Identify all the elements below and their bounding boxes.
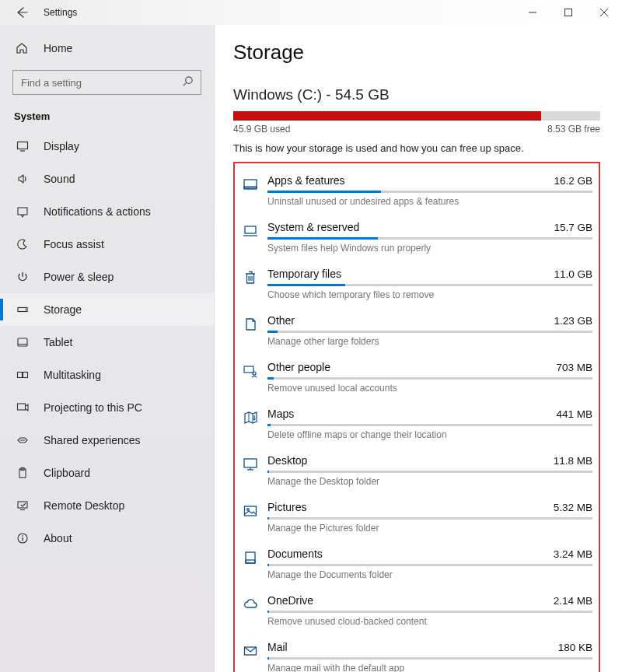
home-link[interactable]: Home <box>0 34 214 62</box>
search-box <box>12 70 201 95</box>
category-desc: Manage other large folders <box>267 336 592 347</box>
category-other[interactable]: Other1.23 GBManage other large folders <box>239 306 592 353</box>
svg-rect-35 <box>244 459 257 467</box>
sidebar-item-multitasking[interactable]: Multitasking <box>0 359 214 391</box>
category-size: 16.2 GB <box>554 175 592 187</box>
category-name: Pictures <box>267 501 307 513</box>
category-pictures[interactable]: Pictures5.32 MBManage the Pictures folde… <box>239 493 592 540</box>
search-icon <box>182 75 194 87</box>
storage-hint: This is how your storage is used and how… <box>233 142 600 154</box>
svg-line-3 <box>183 82 187 86</box>
sidebar-item-label: Shared experiences <box>44 434 141 446</box>
window-title: Settings <box>44 7 77 18</box>
category-temporary-files[interactable]: Temporary files11.0 GBChoose which tempo… <box>239 260 592 306</box>
category-bar-fill <box>267 377 274 380</box>
category-apps-features[interactable]: Apps & features16.2 GBUninstall unused o… <box>239 166 592 213</box>
category-desc: System files help Windows run properly <box>267 243 592 254</box>
sidebar-item-storage[interactable]: Storage <box>0 293 214 326</box>
svg-rect-41 <box>246 560 255 563</box>
svg-rect-9 <box>18 338 27 346</box>
category-body: Apps & features16.2 GBUninstall unused o… <box>261 174 592 207</box>
shared-icon <box>16 434 30 446</box>
home-icon <box>16 42 30 54</box>
settings-window: Settings Home <box>0 0 622 672</box>
category-name: Documents <box>267 548 323 560</box>
sidebar-item-shared-experiences[interactable]: Shared experiences <box>0 424 214 457</box>
sidebar-item-tablet[interactable]: Tablet <box>0 326 214 359</box>
minimize-button[interactable] <box>515 0 550 25</box>
category-body: Other1.23 GBManage other large folders <box>261 314 592 347</box>
drive-title: Windows (C:) - 54.5 GB <box>233 86 600 103</box>
sidebar-item-label: Sound <box>44 173 75 185</box>
maximize-icon <box>564 9 572 16</box>
sidebar-item-notifications-actions[interactable]: Notifications & actions <box>0 195 214 228</box>
close-icon <box>600 9 608 16</box>
svg-rect-13 <box>18 404 26 410</box>
category-desc: Remove unused cloud-backed content <box>267 616 592 627</box>
sidebar-item-about[interactable]: About <box>0 522 214 555</box>
sidebar-item-sound[interactable]: Sound <box>0 163 214 195</box>
category-name: Temporary files <box>267 268 341 280</box>
clipboard-icon <box>16 467 30 479</box>
category-other-people[interactable]: Other people703 MBRemove unused local ac… <box>239 353 592 400</box>
category-size: 11.8 MB <box>554 455 592 467</box>
map-icon <box>239 409 261 426</box>
category-body: Temporary files11.0 GBChoose which tempo… <box>261 268 592 300</box>
maximize-button[interactable] <box>550 0 586 25</box>
svg-point-39 <box>247 509 250 511</box>
category-desc: Remove unused local accounts <box>267 383 592 394</box>
svg-rect-1 <box>565 9 572 16</box>
focus-icon <box>16 238 30 250</box>
drive-usage-fill <box>233 111 541 121</box>
sidebar-item-remote-desktop[interactable]: Remote Desktop <box>0 489 214 522</box>
category-size: 703 MB <box>556 362 592 373</box>
category-bar <box>267 377 592 380</box>
svg-rect-12 <box>23 373 28 378</box>
sidebar-section-label: System <box>0 106 214 130</box>
sidebar-item-label: Power & sleep <box>44 271 114 283</box>
category-body: OneDrive2.14 MBRemove unused cloud-backe… <box>261 594 592 627</box>
category-body: Maps441 MBDelete offline maps or change … <box>261 408 592 440</box>
category-body: Pictures5.32 MBManage the Pictures folde… <box>261 501 592 534</box>
category-bar <box>267 191 592 193</box>
sidebar-item-focus-assist[interactable]: Focus assist <box>0 228 214 261</box>
sidebar-item-label: Multitasking <box>44 369 101 381</box>
category-documents[interactable]: Documents3.24 MBManage the Documents fol… <box>239 540 592 586</box>
search-input[interactable] <box>12 70 201 95</box>
main-panel: Storage Windows (C:) - 54.5 GB 45.9 GB u… <box>215 25 622 672</box>
category-desc: Manage the Desktop folder <box>267 476 592 487</box>
category-size: 441 MB <box>556 408 592 420</box>
display-icon <box>16 140 30 152</box>
sidebar-item-clipboard[interactable]: Clipboard <box>0 457 214 489</box>
category-mail[interactable]: Mail180 KBManage mail with the default a… <box>239 633 592 672</box>
category-bar-fill <box>267 564 269 566</box>
sidebar-item-label: Notifications & actions <box>44 205 151 218</box>
mail-icon <box>239 642 261 660</box>
category-onedrive[interactable]: OneDrive2.14 MBRemove unused cloud-backe… <box>239 586 592 633</box>
category-bar <box>267 237 592 240</box>
sidebar-item-label: Focus assist <box>44 238 104 250</box>
tablet-icon <box>16 336 30 348</box>
back-arrow-icon <box>16 6 28 19</box>
category-system-reserved[interactable]: System & reserved15.7 GBSystem files hel… <box>239 213 592 260</box>
sidebar-item-display[interactable]: Display <box>0 130 214 163</box>
category-bar-fill <box>267 657 269 660</box>
back-button[interactable] <box>11 2 33 23</box>
laptop-icon <box>239 222 261 240</box>
category-size: 180 KB <box>558 642 592 653</box>
multitask-icon <box>16 369 30 381</box>
sidebar-item-label: Clipboard <box>44 467 90 479</box>
category-desc: Manage the Documents folder <box>267 569 592 580</box>
category-name: Mail <box>267 641 288 653</box>
sidebar-item-projecting-to-this-pc[interactable]: Projecting to this PC <box>0 391 214 424</box>
sidebar-item-power-sleep[interactable]: Power & sleep <box>0 261 214 293</box>
close-button[interactable] <box>586 0 622 25</box>
category-name: Desktop <box>267 454 307 467</box>
category-desktop[interactable]: Desktop11.8 MBManage the Desktop folder <box>239 446 592 493</box>
category-bar-fill <box>267 191 381 193</box>
category-body: Documents3.24 MBManage the Documents fol… <box>261 548 592 580</box>
about-icon <box>16 532 30 544</box>
category-maps[interactable]: Maps441 MBDelete offline maps or change … <box>239 400 592 446</box>
category-bar-fill <box>267 611 269 613</box>
category-desc: Delete offline maps or change their loca… <box>267 429 592 440</box>
